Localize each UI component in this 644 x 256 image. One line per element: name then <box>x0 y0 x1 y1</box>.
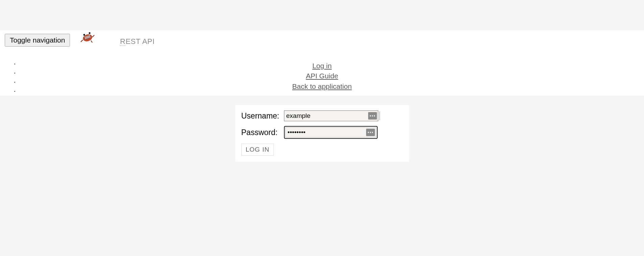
svg-line-10 <box>92 35 94 37</box>
nav-links: Log in API Guide Back to application <box>0 61 644 92</box>
svg-line-9 <box>81 40 83 42</box>
navbar: Toggle navigation REST API Log in API Gu… <box>0 30 644 96</box>
nav-link-login[interactable]: Log in <box>0 61 644 71</box>
brand-title: REST API <box>120 37 155 46</box>
username-label: Username: <box>241 111 284 121</box>
brand-logo-icon <box>79 30 96 45</box>
password-label: Password: <box>241 128 284 137</box>
svg-line-11 <box>91 41 92 43</box>
nav-link-api-guide[interactable]: API Guide <box>0 71 644 81</box>
credential-icon <box>366 129 375 136</box>
toggle-navigation-button[interactable]: Toggle navigation <box>5 34 70 47</box>
login-submit-button[interactable]: LOG IN <box>241 144 274 156</box>
password-input[interactable] <box>285 127 376 137</box>
svg-point-8 <box>89 32 91 34</box>
nav-link-back[interactable]: Back to application <box>0 81 644 91</box>
username-input[interactable] <box>284 110 378 121</box>
login-form-card: Username: Password: LOG IN <box>235 105 409 162</box>
credential-icon <box>368 112 377 120</box>
svg-point-7 <box>84 34 85 36</box>
